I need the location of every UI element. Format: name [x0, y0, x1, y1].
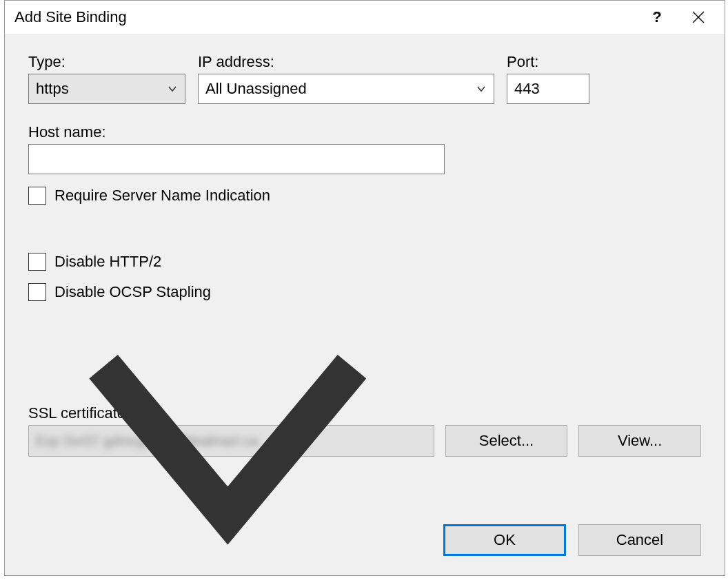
dialog-content: Type: https IP address: All Unassigned — [5, 34, 725, 575]
port-label: Port: — [507, 53, 589, 71]
close-icon — [691, 10, 705, 24]
ssl-cert-combo[interactable]: Exp Svr07 gdmcgv gooddealmart ca — [28, 425, 434, 457]
ok-button[interactable]: OK — [443, 524, 566, 556]
ip-combo[interactable]: All Unassigned — [198, 74, 494, 104]
chevron-down-icon — [167, 83, 178, 94]
chevron-down-icon — [29, 242, 427, 580]
chevron-down-icon — [476, 83, 487, 94]
require-sni-label: Require Server Name Indication — [54, 187, 270, 205]
help-button[interactable]: ? — [636, 1, 678, 34]
hostname-input[interactable] — [28, 144, 445, 174]
ip-value: All Unassigned — [205, 80, 476, 98]
select-button[interactable]: Select... — [445, 425, 568, 457]
add-site-binding-dialog: Add Site Binding ? Type: https IP addres… — [4, 0, 725, 576]
view-button[interactable]: View... — [578, 425, 701, 457]
require-sni-checkbox[interactable] — [28, 187, 46, 205]
cancel-button[interactable]: Cancel — [578, 524, 701, 556]
type-value: https — [36, 80, 167, 98]
port-input[interactable] — [507, 74, 589, 104]
type-label: Type: — [28, 53, 185, 71]
titlebar: Add Site Binding ? — [5, 1, 725, 34]
dialog-title: Add Site Binding — [14, 8, 636, 26]
ip-label: IP address: — [198, 53, 494, 71]
hostname-label: Host name: — [28, 123, 445, 141]
type-combo[interactable]: https — [28, 74, 185, 104]
close-button[interactable] — [678, 1, 719, 34]
